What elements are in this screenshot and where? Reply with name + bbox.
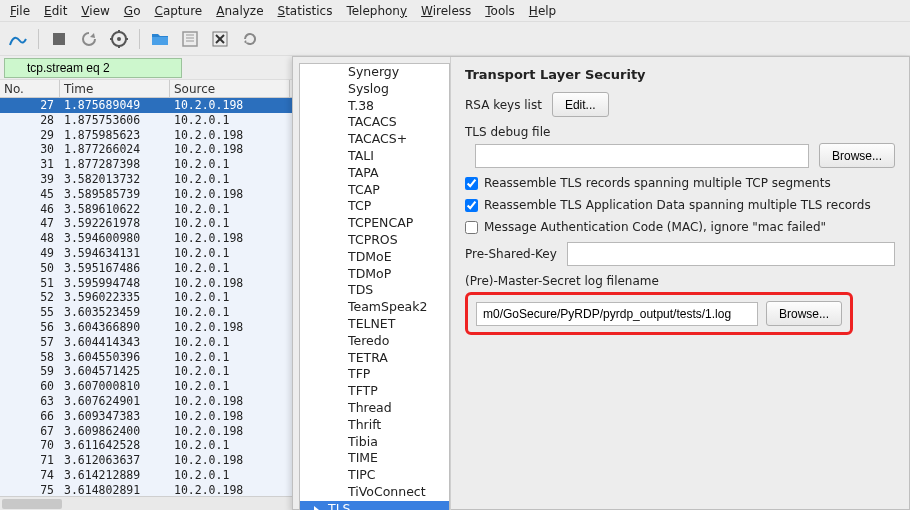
toolbar-separator [139, 29, 140, 49]
chk-reassemble-tls-label: Reassemble TLS Application Data spanning… [484, 198, 871, 212]
protocol-item-tacacs-[interactable]: TACACS+ [300, 131, 449, 148]
menu-view[interactable]: View [75, 2, 115, 20]
svg-point-2 [117, 37, 121, 41]
chk-reassemble-tls[interactable] [465, 199, 478, 212]
rsa-keys-label: RSA keys list [465, 98, 542, 112]
col-no: No. [0, 80, 60, 98]
menu-help[interactable]: Help [523, 2, 562, 20]
menu-tools[interactable]: Tools [479, 2, 521, 20]
menu-wireless[interactable]: Wireless [415, 2, 477, 20]
col-time: Time [60, 80, 170, 98]
protocol-item-tivoconnect[interactable]: TiVoConnect [300, 484, 449, 501]
protocol-item-tibia[interactable]: Tibia [300, 434, 449, 451]
protocol-item-teamspeak2[interactable]: TeamSpeak2 [300, 299, 449, 316]
reload-file-icon[interactable] [238, 27, 262, 51]
protocol-item-thrift[interactable]: Thrift [300, 417, 449, 434]
tls-debug-file-input[interactable] [475, 144, 809, 168]
wireshark-logo-icon [6, 27, 30, 51]
protocol-item-tacacs[interactable]: TACACS [300, 114, 449, 131]
protocol-item-tftp[interactable]: TFTP [300, 383, 449, 400]
display-filter-input[interactable] [4, 58, 182, 78]
capture-options-icon[interactable] [107, 27, 131, 51]
col-source: Source [170, 80, 290, 98]
menu-capture[interactable]: Capture [148, 2, 208, 20]
protocol-item-telnet[interactable]: TELNET [300, 316, 449, 333]
protocol-item-tcp[interactable]: TCP [300, 198, 449, 215]
protocol-item-tapa[interactable]: TAPA [300, 165, 449, 182]
menu-analyze[interactable]: Analyze [210, 2, 269, 20]
tls-debug-file-label: TLS debug file [465, 125, 895, 139]
protocol-tree-panel: SynergySyslogT.38TACACSTACACS+TALITAPATC… [293, 57, 451, 510]
toolbar [0, 22, 910, 56]
protocol-item-syslog[interactable]: Syslog [300, 81, 449, 98]
tls-debug-browse-button[interactable]: Browse... [819, 143, 895, 168]
protocol-item-time[interactable]: TIME [300, 450, 449, 467]
protocol-item-teredo[interactable]: Teredo [300, 333, 449, 350]
menu-edit[interactable]: Edit [38, 2, 73, 20]
menu-statistics[interactable]: Statistics [272, 2, 339, 20]
protocol-item-synergy[interactable]: Synergy [300, 64, 449, 81]
protocol-settings-panel: Transport Layer Security RSA keys list E… [451, 57, 909, 510]
toolbar-separator [38, 29, 39, 49]
open-file-icon[interactable] [148, 27, 172, 51]
menu-telephony[interactable]: Telephony [340, 2, 413, 20]
stop-capture-icon[interactable] [47, 27, 71, 51]
pref-page-title: Transport Layer Security [465, 67, 895, 82]
psk-label: Pre-Shared-Key [465, 247, 557, 261]
master-secret-input[interactable] [476, 302, 758, 326]
restart-capture-icon[interactable] [77, 27, 101, 51]
menubar: FileEditViewGoCaptureAnalyzeStatisticsTe… [0, 0, 910, 22]
master-secret-highlight: Browse... [465, 292, 853, 335]
chk-reassemble-tcp-label: Reassemble TLS records spanning multiple… [484, 176, 831, 190]
protocol-item-tali[interactable]: TALI [300, 148, 449, 165]
chk-reassemble-tcp[interactable] [465, 177, 478, 190]
svg-rect-7 [152, 37, 168, 45]
chk-mac-ignore[interactable] [465, 221, 478, 234]
protocol-item-tcap[interactable]: TCAP [300, 182, 449, 199]
protocol-item-tls[interactable]: TLS [300, 501, 449, 510]
psk-input[interactable] [567, 242, 895, 266]
protocol-item-tipc[interactable]: TIPC [300, 467, 449, 484]
close-file-icon[interactable] [208, 27, 232, 51]
master-secret-label: (Pre)-Master-Secret log filename [465, 274, 895, 288]
protocol-item-tcpros[interactable]: TCPROS [300, 232, 449, 249]
protocol-item-tds[interactable]: TDS [300, 282, 449, 299]
protocol-item-tcpencap[interactable]: TCPENCAP [300, 215, 449, 232]
save-file-icon[interactable] [178, 27, 202, 51]
menu-go[interactable]: Go [118, 2, 147, 20]
svg-rect-0 [53, 33, 65, 45]
svg-rect-8 [183, 32, 197, 46]
protocol-list[interactable]: SynergySyslogT.38TACACSTACACS+TALITAPATC… [299, 63, 450, 510]
menu-file[interactable]: File [4, 2, 36, 20]
chk-mac-ignore-label: Message Authentication Code (MAC), ignor… [484, 220, 826, 234]
preferences-dialog: SynergySyslogT.38TACACSTACACS+TALITAPATC… [292, 56, 910, 510]
protocol-item-thread[interactable]: Thread [300, 400, 449, 417]
master-secret-browse-button[interactable]: Browse... [766, 301, 842, 326]
protocol-item-tfp[interactable]: TFP [300, 366, 449, 383]
protocol-item-tetra[interactable]: TETRA [300, 350, 449, 367]
protocol-item-tdmop[interactable]: TDMoP [300, 266, 449, 283]
rsa-keys-edit-button[interactable]: Edit... [552, 92, 609, 117]
protocol-item-t-38[interactable]: T.38 [300, 98, 449, 115]
protocol-item-tdmoe[interactable]: TDMoE [300, 249, 449, 266]
